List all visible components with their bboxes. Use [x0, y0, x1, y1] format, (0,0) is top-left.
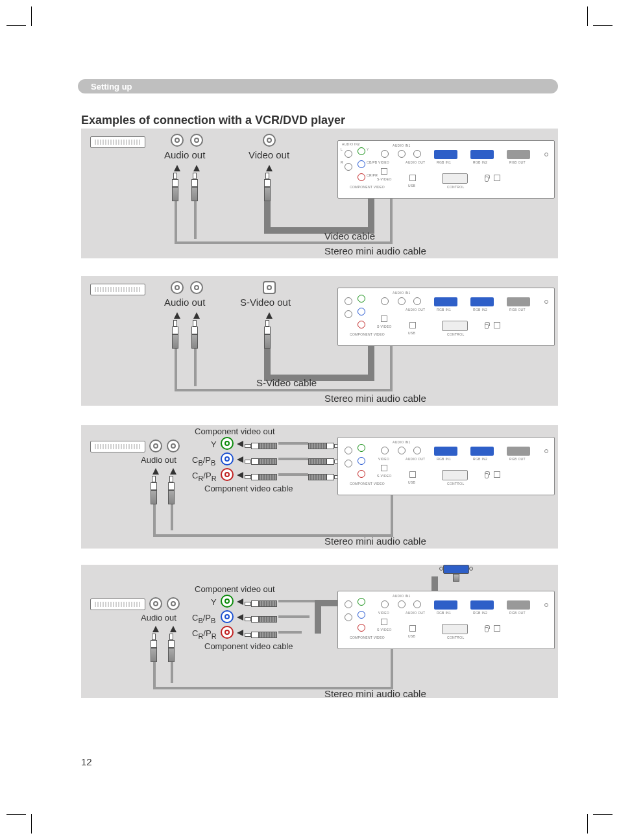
- port-audio-out: [413, 297, 421, 305]
- arrow-icon: [152, 468, 159, 475]
- arrow-icon: [237, 456, 243, 463]
- arrow-icon: [193, 165, 200, 171]
- port-svideo: [381, 168, 387, 175]
- cable-run: [278, 442, 308, 445]
- arrow-icon: [237, 614, 243, 621]
- cable-run: [264, 201, 271, 227]
- cable-run: [278, 458, 308, 460]
- port-audio-in2-l: [345, 447, 352, 454]
- port-audio-in1: [398, 600, 406, 608]
- arrow-icon: [193, 312, 200, 319]
- cropmark: [6, 25, 26, 26]
- cable-run: [278, 600, 317, 602]
- arrow-icon: [237, 599, 243, 605]
- port-cbpb: [358, 308, 365, 315]
- port-rgb-in2: [470, 447, 494, 456]
- hole-icon: [544, 300, 548, 304]
- rca-audio-l: [171, 281, 184, 294]
- cropmark: [31, 6, 32, 26]
- plug-icon: [308, 455, 341, 467]
- port-label: AUDIO IN1: [393, 594, 411, 598]
- port-label: CONTROL: [447, 332, 465, 336]
- label-crpr: CR/PR: [192, 628, 217, 640]
- rca-audio-l: [149, 439, 162, 452]
- port-audio-out: [413, 600, 421, 608]
- rca-crpr: [221, 468, 234, 481]
- port-y: [358, 444, 365, 452]
- label-component-cable: Component video cable: [204, 484, 293, 493]
- port-label: S-VIDEO: [377, 177, 392, 181]
- cable-run: [278, 615, 310, 618]
- plug-icon: [168, 476, 175, 504]
- cable-run: [194, 349, 197, 386]
- port-label: AUDIO OUT: [406, 308, 425, 312]
- port-svideo: [381, 465, 387, 471]
- section-bar-label: Setting up: [91, 82, 132, 92]
- label-crpr: CR/PR: [192, 471, 217, 482]
- lock-icon: [485, 177, 489, 182]
- port-label: COMPONENT VIDEO: [350, 482, 385, 486]
- cable-run: [278, 631, 302, 634]
- port-audio-in1: [398, 150, 406, 158]
- arrow-icon: [170, 468, 176, 475]
- port-audio-out: [413, 447, 421, 454]
- svideo-jack: [263, 281, 276, 294]
- port-rgb-in2: [470, 297, 494, 306]
- port-rgb-out: [507, 600, 530, 610]
- port-svideo: [381, 619, 387, 625]
- port-rgb-in2: [470, 150, 494, 159]
- port-label: RGB OUT: [509, 457, 526, 461]
- port-rgb-out: [507, 447, 530, 456]
- port-label: COMPONENT VIDEO: [350, 185, 385, 189]
- label-audio-out: Audio out: [141, 455, 176, 465]
- plug-icon: [245, 439, 277, 451]
- port-usb: [409, 625, 416, 632]
- rca-cbpb: [221, 610, 234, 623]
- plug-icon: [168, 634, 175, 662]
- cable-run: [175, 389, 393, 391]
- label-component-out: Component video out: [195, 584, 275, 594]
- plug-icon: [245, 628, 277, 640]
- plug-icon: [245, 455, 277, 467]
- page: Setting up Examples of connection with a…: [0, 0, 619, 840]
- arrow-icon: [237, 472, 243, 478]
- cable-run: [194, 201, 197, 239]
- projector-panel: COMPONENT VIDEO S-VIDEO AUDIO IN1 AUDIO …: [337, 288, 555, 346]
- label-stereo-mini: Stereo mini audio cable: [324, 688, 426, 699]
- hole-icon: [544, 603, 548, 607]
- label-video-out: Video out: [249, 149, 289, 160]
- label-cbpb: CB/PB: [192, 455, 215, 467]
- port-label: CR/PR: [367, 173, 378, 177]
- rca-audio-r: [167, 439, 180, 452]
- port-label: CB/PB: [367, 160, 378, 164]
- port-audio-in1: [398, 447, 406, 454]
- port-label: S-VIDEO: [377, 325, 392, 328]
- plug-icon: [191, 320, 198, 349]
- port-audio-in2-r: [345, 310, 352, 318]
- label-component-cable: Component video cable: [204, 641, 293, 651]
- lock-icon: [485, 627, 489, 632]
- port-control: [442, 321, 468, 331]
- cropmark: [587, 814, 588, 834]
- rca-audio-r: [190, 281, 203, 294]
- cropmark: [6, 814, 26, 815]
- port-label: COMPONENT VIDEO: [350, 332, 385, 336]
- port-rgb-out: [507, 297, 530, 306]
- port-label: CONTROL: [447, 636, 465, 639]
- port-label: AUDIO OUT: [406, 160, 425, 164]
- label-audio-out: Audio out: [164, 149, 205, 160]
- port-label: S-VIDEO: [377, 474, 392, 478]
- label-svideo-out: S-Video out: [240, 297, 291, 308]
- port-rgb-in1: [434, 150, 457, 159]
- plug-icon: [264, 173, 271, 201]
- label-audio-out: Audio out: [164, 297, 205, 308]
- rca-cbpb: [221, 452, 234, 465]
- port-cbpb: [358, 611, 365, 619]
- port-label: RGB IN1: [437, 160, 451, 164]
- plug-icon: [151, 476, 157, 504]
- arrow-icon: [174, 312, 180, 319]
- port-label: AUDIO IN1: [393, 440, 411, 444]
- cable-run: [175, 201, 177, 243]
- rca-y: [221, 437, 234, 450]
- cropmark: [31, 814, 32, 834]
